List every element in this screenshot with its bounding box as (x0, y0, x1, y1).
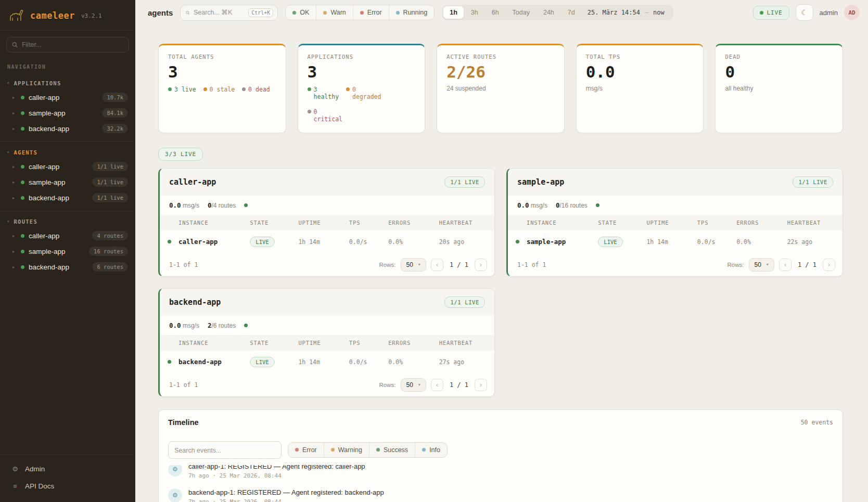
time-range-24h[interactable]: 24h (537, 6, 560, 19)
status-filter-label: Error (367, 9, 382, 16)
instances-table-header: INSTANCESTATEUPTIMETPSERRORSHEARTBEAT (508, 215, 843, 230)
timeline-event-row[interactable]: ⚙backend-app-1: REGISTERED — Agent regis… (159, 484, 843, 502)
rows-per-page-select[interactable]: 50▾ (749, 258, 774, 272)
sidebar-item-label: sample-app (29, 178, 88, 186)
chevron-right-icon: ▸ (12, 249, 17, 254)
section-header-routes[interactable]: ▾ROUTES (0, 215, 135, 228)
sidebar-item-label: caller-app (29, 163, 88, 171)
table-footer: 1-1 of 1Rows:50▾‹1 / 1› (508, 253, 843, 276)
rows-per-page-value: 50 (406, 261, 413, 268)
timeline-search-input[interactable] (174, 447, 275, 454)
prev-page-button[interactable]: ‹ (431, 259, 443, 271)
app-card-sample-app: sample-app1/1 LIVE0.0 msg/s0/16 routesIN… (506, 168, 843, 277)
sidebar-item-caller-app[interactable]: ▸caller-app1/1 live (0, 159, 135, 174)
column-header-errors: ERRORS (736, 220, 787, 226)
chevron-right-icon: ▸ (12, 111, 17, 115)
status-dot-icon (21, 127, 24, 131)
sidebar-item-backend-app[interactable]: ▸backend-app32.2k (0, 121, 135, 136)
event-timestamp: 7h ago · 25 Mar 2026, 08:44 (188, 472, 365, 479)
global-search[interactable]: Ctrl+K (180, 5, 278, 21)
status-dot-icon (292, 11, 296, 15)
rows-per-page-select[interactable]: 50▾ (401, 258, 426, 272)
sidebar-item-sample-app[interactable]: ▸sample-app84.1k (0, 105, 135, 121)
sidebar-item-badge: 1/1 live (92, 193, 128, 202)
next-page-button[interactable]: › (823, 259, 835, 271)
theme-toggle-button[interactable]: ☾ (796, 4, 813, 21)
section-header-applications[interactable]: ▾APPLICATIONS (0, 77, 135, 89)
time-range-today[interactable]: Today (506, 6, 536, 19)
table-footer: 1-1 of 1Rows:50▾‹1 / 1› (160, 374, 494, 396)
column-header-tps: TPS (697, 220, 736, 226)
sidebar-item-sample-app[interactable]: ▸sample-app1/1 live (0, 174, 135, 190)
prev-page-button[interactable]: ‹ (779, 259, 792, 271)
sidebar-item-sample-app[interactable]: ▸sample-app16 routes (0, 243, 135, 259)
global-search-input[interactable] (194, 9, 245, 16)
instance-status-dot-icon (168, 360, 171, 364)
health-dot-icon (244, 324, 248, 327)
search-icon (186, 9, 190, 16)
sidebar-item-backend-app[interactable]: ▸backend-app1/1 live (0, 190, 135, 205)
section-label: APPLICATIONS (14, 80, 61, 86)
prev-page-button[interactable]: ‹ (431, 379, 443, 391)
sidebar-filter-input[interactable] (22, 41, 123, 48)
column-header-instance: INSTANCE (178, 340, 250, 346)
sidebar-item-badge: 32.2k (102, 124, 128, 133)
sidebar-item-backend-app[interactable]: ▸backend-app6 routes (0, 259, 135, 275)
status-dot-icon (422, 448, 426, 452)
sidebar-footer-api-docs[interactable]: ≡API Docs (0, 478, 135, 495)
timeline-events-viewport[interactable]: ⚙caller-app-1: REGISTERED — Agent regist… (159, 465, 843, 502)
status-filter-running[interactable]: Running (389, 5, 435, 20)
instance-row-backend-app[interactable]: backend-appLIVE1h 14m0.0/s0.0%27s ago (160, 351, 494, 374)
app-card-caller-app: caller-app1/1 LIVE0.0 msg/s0/4 routesINS… (158, 168, 495, 277)
status-filter-label: OK (300, 9, 309, 16)
status-filter-warn[interactable]: Warn (316, 5, 352, 20)
timeline-filter-group: ErrorWarningSuccessInfo (288, 442, 448, 458)
status-filter-error[interactable]: Error (353, 5, 389, 20)
rows-per-page-select[interactable]: 50▾ (401, 378, 426, 392)
timeline-search[interactable] (168, 441, 282, 459)
sidebar-item-label: backend-app (29, 125, 98, 133)
timeline-filter-success[interactable]: Success (369, 443, 415, 457)
app-name: backend-app (169, 298, 221, 307)
status-filter-label: Warn (330, 9, 346, 16)
time-range-7d[interactable]: 7d (561, 6, 581, 19)
status-dot-icon (21, 181, 24, 184)
next-page-button[interactable]: › (475, 259, 487, 271)
legend-dot-icon (203, 87, 207, 91)
status-filter-ok[interactable]: OK (286, 5, 316, 20)
next-page-button[interactable]: › (475, 379, 487, 391)
timeline-toolbar: ErrorWarningSuccessInfo (159, 435, 843, 465)
event-title: caller-app-1: REGISTERED — Agent registe… (188, 465, 365, 470)
time-range-6h[interactable]: 6h (486, 6, 505, 19)
time-range-3h[interactable]: 3h (465, 6, 484, 19)
instance-uptime: 1h 14m (298, 238, 349, 246)
row-range-text: 1-1 of 1 (517, 261, 546, 268)
sidebar-section-applications: ▾APPLICATIONS▸caller-app10.7k▸sample-app… (0, 73, 135, 142)
time-range-1h[interactable]: 1h (443, 6, 464, 19)
instance-row-caller-app[interactable]: caller-appLIVE1h 14m0.0/s0.0%20s ago (160, 230, 494, 253)
timeline-filter-info[interactable]: Info (415, 443, 447, 457)
chevron-left-icon: ‹ (436, 261, 438, 268)
sidebar-item-badge: 16 routes (89, 247, 128, 256)
time-separator: — (645, 9, 648, 16)
live-dot-icon (760, 11, 763, 15)
sidebar-filter[interactable] (6, 37, 129, 53)
timeline-filter-error[interactable]: Error (288, 443, 324, 457)
app-stats-row: 0.0 msg/s0/16 routes (508, 196, 843, 215)
instance-row-sample-app[interactable]: sample-appLIVE1h 14m0.0/s0.0%22s ago (508, 230, 843, 253)
sidebar-footer-admin[interactable]: ⚙Admin (0, 460, 135, 478)
stat-value: 3 (168, 63, 276, 81)
section-header-agents[interactable]: ▾AGENTS (0, 146, 135, 159)
app-name: sample-app (517, 177, 564, 187)
timeline-filter-warning[interactable]: Warning (324, 443, 369, 457)
legend-num: 0 (314, 108, 342, 115)
content-area: TOTAL AGENTS33 live0 stale0 deadAPPLICAT… (135, 25, 868, 502)
sidebar-item-caller-app[interactable]: ▸caller-app4 routes (0, 228, 135, 243)
status-dot-icon (21, 265, 24, 269)
sidebar-item-caller-app[interactable]: ▸caller-app10.7k (0, 89, 135, 105)
timeline-event-row[interactable]: ⚙caller-app-1: REGISTERED — Agent regist… (159, 465, 843, 484)
sidebar-item-badge: 4 routes (92, 231, 128, 240)
avatar[interactable]: AD (844, 5, 860, 20)
live-status-badge: LIVE (753, 6, 789, 20)
instance-tps: 0.0/s (349, 238, 388, 246)
